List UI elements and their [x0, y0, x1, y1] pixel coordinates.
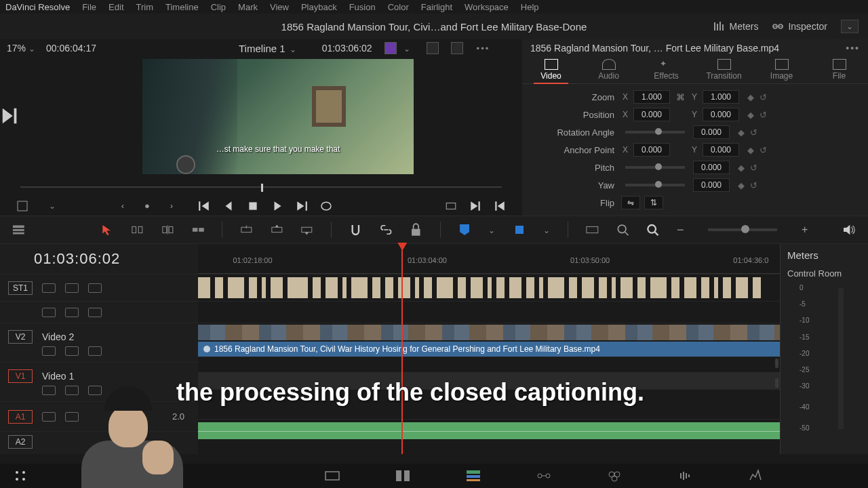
menu-color[interactable]: Color [388, 2, 409, 12]
menu-timeline[interactable]: Timeline [165, 2, 199, 12]
a2-lane[interactable] [198, 419, 780, 439]
pitch-input[interactable]: 0.000 [693, 161, 730, 174]
record-icon[interactable]: ● [141, 200, 153, 212]
subtitle-clip[interactable] [313, 277, 321, 298]
enable-icon[interactable] [65, 283, 79, 293]
menu-fusion[interactable]: Fusion [349, 2, 376, 12]
position-y-input[interactable]: 0.000 [703, 108, 739, 121]
subtitle-clip[interactable] [714, 277, 718, 298]
subtitle-clip[interactable] [342, 277, 347, 298]
subtitle-clip[interactable] [637, 277, 646, 298]
subtitle-clip[interactable] [599, 277, 607, 298]
inspector-toggle[interactable]: Inspector [772, 21, 827, 32]
reset-icon[interactable]: ↺ [760, 110, 769, 120]
reset-icon[interactable]: ↺ [750, 127, 760, 138]
media-page-icon[interactable] [324, 469, 340, 483]
subtitle-clip[interactable] [424, 277, 432, 298]
lock-icon[interactable] [42, 283, 56, 293]
titlebar-dropdown[interactable] [841, 20, 859, 33]
subtitle-clip[interactable] [548, 277, 564, 298]
link-icon[interactable] [380, 223, 393, 237]
keyframe-icon[interactable]: ◆ [747, 145, 755, 155]
keyframe-icon[interactable]: ◆ [747, 92, 755, 102]
menu-trim[interactable]: Trim [136, 2, 154, 12]
v1-clip[interactable]: 1856 Ragland Mansion Tour, Civil War His… [198, 342, 780, 357]
zoom-minus[interactable]: − [677, 223, 684, 237]
menu-edit[interactable]: Edit [108, 2, 123, 12]
subtitle-clip[interactable] [701, 277, 709, 298]
keyframe-icon[interactable]: ◆ [738, 163, 746, 173]
scrollbar[interactable] [775, 378, 778, 388]
track-head-v2[interactable]: V2Video 2 [0, 323, 198, 362]
subtitle-clip[interactable] [612, 277, 616, 298]
timeline-name[interactable]: Timeline 1 [239, 43, 296, 54]
menu-mark[interactable]: Mark [238, 2, 258, 12]
pitch-slider[interactable] [625, 166, 685, 169]
enable-icon[interactable] [65, 308, 79, 317]
subtitle-clip[interactable] [526, 277, 534, 298]
track-head-blank[interactable] [0, 301, 198, 323]
next-edit-icon[interactable]: › [165, 200, 178, 212]
edit-page-icon[interactable] [465, 469, 481, 483]
prev-clip-icon[interactable] [494, 200, 506, 212]
timeline-tracks[interactable]: 01:02:18:00 01:03:04:00 01:03:50:00 01:0… [198, 244, 780, 454]
subtitle-clip[interactable] [684, 277, 696, 298]
fairlight-page-icon[interactable] [677, 469, 693, 483]
zoom-y-input[interactable]: 1.000 [703, 90, 739, 104]
audio-clip[interactable] [198, 422, 780, 439]
subtitle-clip[interactable] [215, 277, 223, 298]
subtitle-clip[interactable] [398, 277, 410, 298]
lock-icon[interactable] [42, 346, 56, 356]
keyframe-icon[interactable]: ◆ [738, 127, 746, 138]
subtitle-clip[interactable] [650, 277, 667, 298]
play-icon[interactable] [271, 200, 283, 212]
inspector-options[interactable]: ••• [846, 43, 860, 54]
menu-view[interactable]: View [270, 2, 289, 12]
tab-transition[interactable]: Transition [695, 56, 753, 83]
view-icon[interactable] [88, 346, 102, 356]
subtitle-clip[interactable] [509, 277, 521, 298]
subtitle-clip[interactable] [620, 277, 633, 298]
scrollbar[interactable] [775, 359, 778, 368]
overwrite-clip-icon[interactable] [271, 223, 283, 237]
anchor-y-input[interactable]: 0.000 [703, 143, 739, 157]
blank-lane[interactable] [198, 301, 780, 323]
deliver-page-icon[interactable] [747, 469, 764, 483]
marker-icon[interactable] [513, 223, 526, 237]
step-back-icon[interactable] [222, 200, 235, 212]
insert-tool[interactable] [192, 223, 205, 237]
subtitle-track-lane[interactable] [198, 274, 780, 301]
subtitle-clip[interactable] [496, 277, 505, 298]
subtitle-clip[interactable] [271, 277, 283, 298]
step-forward-icon[interactable] [0, 106, 20, 126]
flip-v-button[interactable]: ⇅ [644, 196, 663, 209]
position-x-input[interactable]: 0.000 [633, 108, 670, 121]
prev-edit-icon[interactable]: ‹ [117, 200, 129, 212]
lock-icon[interactable] [42, 412, 56, 422]
selection-tool[interactable] [101, 223, 114, 237]
subtitle-clip[interactable] [437, 277, 453, 298]
snap-icon[interactable] [349, 223, 362, 237]
loop-button[interactable] [427, 42, 439, 54]
keyframe-icon[interactable]: ◆ [738, 180, 746, 190]
subtitle-clip[interactable] [671, 277, 679, 298]
subtitle-clip[interactable] [249, 277, 257, 298]
menu-workspace[interactable]: Workspace [465, 2, 509, 12]
reset-icon[interactable]: ↺ [750, 180, 760, 190]
rotation-input[interactable]: 0.000 [693, 125, 730, 139]
rotation-slider[interactable] [625, 131, 685, 134]
match-frame-button[interactable] [451, 42, 463, 54]
anchor-x-input[interactable]: 0.000 [633, 143, 670, 157]
menu-app[interactable]: DaVinci Resolve [5, 2, 70, 12]
flag-menu[interactable] [488, 225, 495, 235]
blade-tool[interactable] [161, 223, 174, 237]
zoom-plus[interactable]: + [802, 224, 808, 236]
subtitle-clip[interactable] [385, 277, 393, 298]
yaw-slider[interactable] [625, 184, 685, 186]
menu-fairlight[interactable]: Fairlight [421, 2, 452, 12]
enable-icon[interactable] [65, 346, 79, 356]
stop-icon[interactable] [247, 200, 259, 212]
fusion-page-icon[interactable] [536, 469, 552, 483]
subtitle-clip[interactable] [569, 277, 577, 298]
zoom-custom-icon[interactable] [646, 223, 659, 237]
